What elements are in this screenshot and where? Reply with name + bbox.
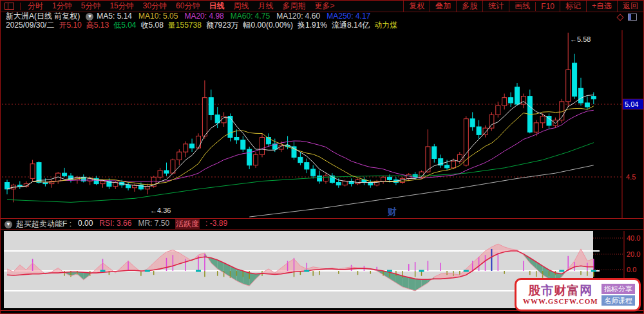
button-标记[interactable]: 标记 bbox=[560, 1, 586, 12]
svg-text:财: 财 bbox=[387, 207, 397, 217]
stock-title: 新大洲A(日线 前复权) bbox=[6, 12, 80, 21]
tab-分时[interactable]: 分时 bbox=[23, 1, 48, 12]
indicator-value: MR: 7.50 bbox=[137, 219, 170, 230]
diamond-icon[interactable] bbox=[616, 14, 623, 21]
svg-text:20.0: 20.0 bbox=[627, 250, 640, 258]
app-window: 分时1分钟5分钟15分钟30分钟60分钟日线周线月线多周期更多> 复权叠加多股统… bbox=[0, 0, 644, 314]
ma-value: MA60: 4.75 bbox=[231, 12, 270, 21]
svg-text:5.04: 5.04 bbox=[625, 100, 638, 108]
badge-indicator-share: 指标分享 bbox=[601, 284, 635, 294]
svg-text:←5.58: ←5.58 bbox=[570, 35, 591, 43]
button-+自选[interactable]: +自选 bbox=[586, 1, 617, 12]
badge-teacher-course: 名师课程 bbox=[601, 295, 635, 306]
tab-更多>[interactable]: 更多> bbox=[310, 1, 339, 12]
quote-field: 幅0.00(0.00%) bbox=[243, 21, 293, 30]
quote-field: 收5.08 bbox=[140, 21, 163, 30]
tab-多周期[interactable]: 多周期 bbox=[278, 1, 310, 12]
quote-row: 2025/09/30/二开5.10高5.13低5.04收5.08量155738额… bbox=[1, 21, 643, 30]
button-统计[interactable]: 统计 bbox=[482, 1, 509, 12]
tab-5分钟[interactable]: 5分钟 bbox=[77, 1, 106, 12]
button-画线[interactable]: 画线 bbox=[509, 1, 535, 12]
quote-field: 量155738 bbox=[168, 21, 202, 30]
candlestick-svg: 5.044.5←5.58←4.36财 bbox=[1, 30, 644, 218]
tab-1分钟[interactable]: 1分钟 bbox=[48, 1, 77, 12]
site-logo: 股市财富网 WWW.GSCFW.COM 指标分享 名师课程 bbox=[515, 278, 641, 311]
quote-field: 换1.91% bbox=[298, 21, 327, 30]
button-返回[interactable]: 返回 bbox=[617, 1, 643, 12]
ma-value: MA120: 4.60 bbox=[276, 12, 320, 21]
tab-30分钟[interactable]: 30分钟 bbox=[138, 1, 171, 12]
quote-field: 高5.13 bbox=[86, 21, 109, 30]
quote-field: 流通8.14亿 bbox=[332, 21, 370, 30]
ma-value: MA10: 5.05 bbox=[138, 12, 178, 21]
tab-60分钟[interactable]: 60分钟 bbox=[171, 1, 204, 12]
indicator-value: 超买超卖动能F : bbox=[15, 219, 72, 230]
indicator-value: 0.00 bbox=[77, 219, 93, 230]
button-多股[interactable]: 多股 bbox=[456, 1, 482, 12]
indicator-value: : -3.89 bbox=[205, 219, 228, 230]
quote-field: 动力煤 bbox=[374, 21, 397, 30]
split-pane-icon[interactable] bbox=[628, 14, 637, 21]
indicator-chevron-icon[interactable]: ▼ bbox=[5, 221, 12, 228]
logo-title: 股市财富网 bbox=[528, 284, 592, 297]
button-叠加[interactable]: 叠加 bbox=[430, 1, 456, 12]
tab-15分钟[interactable]: 15分钟 bbox=[105, 1, 138, 12]
quote-field: 开5.10 bbox=[59, 21, 81, 30]
svg-text:0.0: 0.0 bbox=[627, 266, 636, 273]
layout-icon[interactable] bbox=[5, 3, 14, 10]
chevron-down-icon[interactable]: ▼ bbox=[86, 13, 93, 21]
tab-月线[interactable]: 月线 bbox=[253, 1, 278, 12]
stock-info-row: 新大洲A(日线 前复权) ▼ MA5: 5.14MA10: 5.05MA20: … bbox=[1, 12, 643, 21]
ma-value: MA5: 5.14 bbox=[97, 12, 132, 21]
svg-text:←4.36: ←4.36 bbox=[150, 207, 171, 214]
ma-values: MA5: 5.14MA10: 5.05MA20: 4.98MA60: 4.75M… bbox=[97, 12, 377, 21]
indicator-values: 超买超卖动能F : 0.00RSI: 3.66MR: 7.50活跃度: -3.8… bbox=[15, 219, 233, 230]
indicator-value: 活跃度 bbox=[175, 219, 200, 230]
logo-url: WWW.GSCFW.COM bbox=[523, 297, 598, 306]
period-tabs: 分时1分钟5分钟15分钟30分钟60分钟日线周线月线多周期更多> bbox=[23, 1, 339, 12]
button-复权[interactable]: 复权 bbox=[403, 1, 430, 12]
ma-value: MA20: 4.98 bbox=[184, 12, 223, 21]
indicator-value: RSI: 3.66 bbox=[99, 219, 132, 230]
candlestick-chart[interactable]: 5.044.5←5.58←4.36财 bbox=[1, 30, 644, 218]
quote-field: 额7923万 bbox=[206, 21, 239, 30]
svg-text:40.0: 40.0 bbox=[627, 234, 640, 242]
ma-value: MA250: 4.17 bbox=[327, 12, 370, 21]
menu-separator bbox=[20, 3, 21, 10]
svg-text:4.5: 4.5 bbox=[626, 173, 636, 181]
quote-field: 低5.04 bbox=[113, 21, 136, 30]
menu-bar: 分时1分钟5分钟15分钟30分钟60分钟日线周线月线多周期更多> 复权叠加多股统… bbox=[1, 1, 643, 12]
tab-周线[interactable]: 周线 bbox=[229, 1, 253, 12]
toolbar-buttons: 复权叠加多股统计画线F10标记+自选返回 bbox=[403, 1, 643, 12]
indicator-header: ▼ 超买超卖动能F : 0.00RSI: 3.66MR: 7.50活跃度: -3… bbox=[1, 219, 643, 229]
quote-field: 2025/09/30/二 bbox=[6, 21, 54, 30]
tab-日线[interactable]: 日线 bbox=[204, 1, 229, 12]
button-F10[interactable]: F10 bbox=[535, 2, 560, 11]
